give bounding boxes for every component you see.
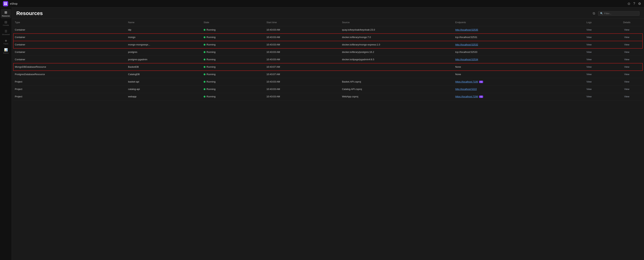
endpoint-link[interactable]: https://localhost:7106 <box>455 80 478 83</box>
svg-rect-2 <box>4 4 5 5</box>
search-icon: 🔍 <box>600 12 603 15</box>
cell-details[interactable]: View <box>611 34 642 41</box>
cell-logs[interactable]: View <box>567 56 611 63</box>
details-view-link[interactable]: View <box>624 80 630 83</box>
cell-details[interactable]: View <box>611 26 642 34</box>
settings-icon[interactable]: ⚙ <box>638 2 641 6</box>
table-row: ContainermongoRunning10:43:03 AMdocker.i… <box>13 34 642 41</box>
col-header-endpoints: Endpoints <box>454 19 567 26</box>
cell-state: Running <box>202 85 265 93</box>
endpoint-link[interactable]: http://localhost:52532 <box>455 43 478 46</box>
cell-details[interactable]: View <box>611 56 642 63</box>
cell-details[interactable]: View <box>611 85 642 93</box>
cell-source <box>340 63 454 71</box>
table-row: ProjectwebappRunning10:43:03 AMWebApp.cs… <box>13 93 642 100</box>
details-view-link[interactable]: View <box>624 88 630 90</box>
logs-view-link[interactable]: View <box>586 80 592 83</box>
cell-details[interactable]: View <box>611 63 642 71</box>
endpoint-link[interactable]: http://localhost:52535 <box>455 28 478 31</box>
details-view-link[interactable]: View <box>624 95 630 98</box>
cell-state: Running <box>202 93 265 100</box>
cell-logs[interactable]: View <box>567 85 611 93</box>
cell-source: docker.io/library/mongo-express:1.0 <box>340 41 454 48</box>
status-text: Running <box>206 95 216 98</box>
cell-name: postgres-pgadmin <box>126 56 202 63</box>
cell-logs[interactable]: View <box>567 93 611 100</box>
logs-view-link[interactable]: View <box>586 58 592 61</box>
logs-view-link[interactable]: View <box>586 73 592 76</box>
details-view-link[interactable]: View <box>624 73 630 76</box>
cell-logs[interactable]: View <box>567 63 611 71</box>
status-text: Running <box>206 58 216 61</box>
cell-logs[interactable]: View <box>567 71 611 78</box>
logs-view-link[interactable]: View <box>586 65 592 68</box>
cell-endpoints: None <box>454 63 567 71</box>
endpoint-link[interactable]: https://localhost:7298 <box>455 95 478 98</box>
cell-endpoints[interactable]: http://localhost:52535 <box>454 26 567 34</box>
cell-details[interactable]: View <box>611 78 642 85</box>
cell-endpoints[interactable]: https://localhost:7298+1 <box>454 93 567 100</box>
cell-endpoints: None <box>454 71 567 78</box>
sidebar-item-metrics[interactable]: 📊 Metrics <box>1 47 11 55</box>
page-controls: ⧉ 🔍 <box>592 11 640 16</box>
logs-view-link[interactable]: View <box>586 28 592 31</box>
cell-starttime: 10:43:03 AM <box>265 85 340 93</box>
cell-name: mongo <box>126 34 202 41</box>
cell-name: idp <box>126 26 202 34</box>
cell-name: catalog-api <box>126 85 202 93</box>
cell-endpoints[interactable]: http://localhost:5222 <box>454 85 567 93</box>
search-input[interactable] <box>604 12 638 15</box>
sidebar-item-structured[interactable]: ☰ Structured <box>1 28 11 37</box>
search-bar: 🔍 <box>598 11 640 16</box>
cell-source: docker.io/library/mongo:7.0 <box>340 34 454 41</box>
header-app-name: eShop <box>10 2 628 5</box>
cell-details[interactable]: View <box>611 71 642 78</box>
logs-view-link[interactable]: View <box>586 88 592 90</box>
logs-view-link[interactable]: View <box>586 95 592 98</box>
cell-logs[interactable]: View <box>567 26 611 34</box>
cell-logs[interactable]: View <box>567 48 611 56</box>
table-container: Type Name State Start time Source Endpoi… <box>12 19 644 260</box>
sidebar-item-traces[interactable]: ◈ Traces <box>1 37 11 46</box>
details-view-link[interactable]: View <box>624 58 630 61</box>
details-view-link[interactable]: View <box>624 28 630 31</box>
cell-type: PostgresDatabaseResource <box>13 71 126 78</box>
logs-view-link[interactable]: View <box>586 43 592 46</box>
details-view-link[interactable]: View <box>624 43 630 46</box>
sidebar-item-resources[interactable]: ⊞ Resources <box>1 9 11 18</box>
cell-details[interactable]: View <box>611 93 642 100</box>
cell-source: quay.io/keycloak/keycloak:23.0 <box>340 26 454 34</box>
cell-type: Container <box>13 48 126 56</box>
sidebar-item-console[interactable]: ▤ Console <box>1 19 11 28</box>
cell-details[interactable]: View <box>611 48 642 56</box>
details-view-link[interactable]: View <box>624 65 630 68</box>
col-header-details: Details <box>611 19 642 26</box>
endpoint-badge[interactable]: +1 <box>479 81 483 83</box>
cell-logs[interactable]: View <box>567 41 611 48</box>
cell-type: Container <box>13 26 126 34</box>
cell-endpoints[interactable]: https://localhost:7106+1 <box>454 78 567 85</box>
github-icon[interactable]: ⊙ <box>628 2 630 6</box>
cell-details[interactable]: View <box>611 41 642 48</box>
cell-name: BasketDB <box>126 63 202 71</box>
cell-logs[interactable]: View <box>567 78 611 85</box>
header-logo <box>3 1 8 6</box>
cell-logs[interactable]: View <box>567 34 611 41</box>
svg-rect-0 <box>4 3 5 4</box>
logs-view-link[interactable]: View <box>586 51 592 53</box>
cell-type: Container <box>13 34 126 41</box>
console-label: Console <box>3 24 9 26</box>
filter-button[interactable]: ⧉ <box>592 11 596 16</box>
help-icon[interactable]: ? <box>633 2 635 6</box>
endpoint-link[interactable]: http://localhost:52534 <box>455 58 478 61</box>
logs-view-link[interactable]: View <box>586 36 592 39</box>
cell-endpoints[interactable]: http://localhost:52534 <box>454 56 567 63</box>
details-view-link[interactable]: View <box>624 51 630 53</box>
details-view-link[interactable]: View <box>624 36 630 39</box>
endpoint-link[interactable]: http://localhost:5222 <box>455 88 477 90</box>
endpoint-badge[interactable]: +1 <box>479 95 483 98</box>
cell-starttime: 10:43:07 AM <box>265 63 340 71</box>
traces-label: Traces <box>3 43 8 45</box>
cell-starttime: 10:43:03 AM <box>265 78 340 85</box>
cell-endpoints[interactable]: http://localhost:52532 <box>454 41 567 48</box>
